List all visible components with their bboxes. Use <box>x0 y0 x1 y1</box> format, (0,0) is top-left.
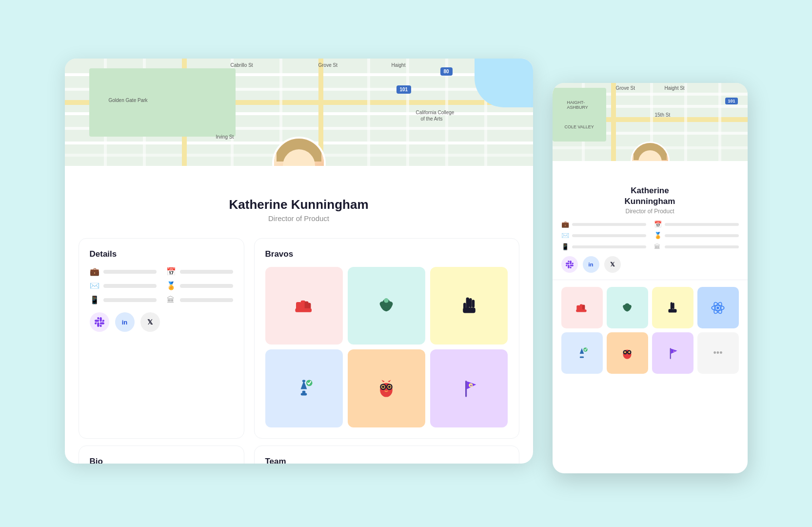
svg-point-6 <box>384 298 389 303</box>
details-card: Details 💼 📅 ✉️ <box>79 238 244 439</box>
sec-atom-icon <box>710 300 726 316</box>
bravos-card: Bravos <box>254 238 519 439</box>
svg-rect-29 <box>576 309 586 312</box>
svg-rect-9 <box>472 300 475 307</box>
slack-button[interactable] <box>90 312 109 332</box>
svg-point-22 <box>388 385 391 388</box>
map-area-secondary: Grove St Haight St HAIGHT-ASHBURY COLE V… <box>553 83 748 161</box>
detail-row-cal: 📅 <box>166 267 233 276</box>
sec-detail-medal: 🏅 <box>654 232 739 239</box>
bravo-hands <box>348 267 425 345</box>
profile-info-main: Katherine Kunningham Director of Product <box>65 166 533 230</box>
sec-detail-org: 🏛 <box>654 243 739 250</box>
sec-avatar-face <box>632 143 668 161</box>
sec-divider <box>553 280 748 280</box>
svg-rect-11 <box>463 307 475 313</box>
svg-text:★: ★ <box>673 350 675 352</box>
team-card: Team <box>254 446 519 464</box>
slack-icon <box>95 317 104 327</box>
svg-text:★: ★ <box>470 384 472 387</box>
sec-detail-phone: 📱 <box>561 243 646 250</box>
map-label-haight: Haight <box>392 62 406 68</box>
medal-icon: 🏅 <box>166 281 175 290</box>
map-label-arts: of the Arts <box>421 116 443 122</box>
sec-calendar-icon: 📅 <box>654 221 661 228</box>
bravo-owl <box>348 349 425 427</box>
bravo-flag: ★ <box>430 349 508 427</box>
main-card: Golden Gate Park Cabrillo St Grove St Ha… <box>65 59 533 464</box>
team-title: Team <box>265 457 508 464</box>
svg-rect-23 <box>465 381 467 397</box>
sec-fist-icon <box>574 300 590 316</box>
detail-row-phone: 📱 <box>90 295 157 304</box>
sec-bravo-flag2: ★ <box>652 332 693 374</box>
sec-profile-name: KatherineKunningham <box>553 185 748 207</box>
chess-icon <box>292 377 316 400</box>
svg-rect-14 <box>302 380 305 382</box>
cards-row-top: Details 💼 📅 ✉️ <box>65 238 533 439</box>
x-button[interactable]: 𝕏 <box>140 312 160 332</box>
svg-rect-13 <box>302 391 305 394</box>
map-label-park: Golden Gate Park <box>109 98 148 103</box>
sec-bravo-fist <box>561 287 603 328</box>
sec-map-label-15th: 15th St <box>655 112 671 118</box>
sec-owl-icon <box>619 345 635 361</box>
sec-details: 💼 📅 ✉️ 🏅 📱 <box>553 221 748 273</box>
avatar-face-main <box>274 139 324 166</box>
detail-row-medal: 🏅 <box>166 281 233 290</box>
profile-name-main: Katherine Kunningham <box>65 197 533 212</box>
sec-map-label-grove: Grove St <box>616 85 635 91</box>
sec-detail-grid: 💼 📅 ✉️ 🏅 📱 <box>561 221 739 250</box>
bravo-fist <box>265 267 343 345</box>
details-title: Details <box>90 249 233 259</box>
sec-email-icon: ✉️ <box>561 232 568 239</box>
highway-101: 101 <box>396 85 412 94</box>
map-area-main: Golden Gate Park Cabrillo St Grove St Ha… <box>65 59 533 166</box>
sec-bravo-owl2 <box>607 332 648 374</box>
org-icon: 🏛 <box>166 296 175 304</box>
sec-bravos-row2: ★ ••• <box>553 332 748 374</box>
sec-flag-icon: ★ <box>665 345 680 361</box>
sec-phone-icon: 📱 <box>561 243 568 250</box>
svg-rect-32 <box>673 303 674 309</box>
sec-profile-title: Director of Product <box>553 208 748 215</box>
flag-icon: ★ <box>457 377 481 400</box>
sec-linkedin-button[interactable]: in <box>583 256 599 273</box>
phone-icon: 📱 <box>90 295 99 304</box>
highway-80: 80 <box>440 67 453 76</box>
svg-rect-28 <box>582 304 585 310</box>
svg-rect-7 <box>466 297 469 308</box>
sec-slack-icon <box>566 261 574 268</box>
svg-rect-3 <box>308 303 311 309</box>
svg-rect-31 <box>671 302 673 309</box>
sec-briefcase-icon: 💼 <box>561 221 568 228</box>
sec-hands-icon <box>619 300 635 316</box>
email-icon: ✉️ <box>90 281 99 290</box>
detail-row-email: ✉️ <box>90 281 157 290</box>
detail-grid: 💼 📅 ✉️ 🏅 <box>90 267 233 304</box>
sec-more-button[interactable]: ••• <box>697 332 739 374</box>
linkedin-button[interactable]: in <box>115 312 135 332</box>
sec-bravo-hand <box>652 287 693 328</box>
svg-point-37 <box>716 306 719 309</box>
sec-detail-job: 💼 <box>561 221 646 228</box>
more-dots-icon: ••• <box>713 348 723 358</box>
secondary-card: Grove St Haight St HAIGHT-ASHBURY COLE V… <box>553 83 748 473</box>
sec-chess-icon <box>574 345 590 361</box>
sec-slack-button[interactable] <box>561 256 578 273</box>
svg-rect-8 <box>469 298 472 307</box>
svg-rect-45 <box>670 348 671 359</box>
sec-x-button[interactable]: 𝕏 <box>604 256 621 273</box>
calendar-icon: 📅 <box>166 267 175 276</box>
detail-row-org: 🏛 <box>166 295 233 304</box>
map-label-grove: Grove St <box>318 62 337 68</box>
sec-bravo-chess2 <box>561 332 603 374</box>
sec-bravo-hands <box>607 287 648 328</box>
sec-medal-icon: 🏅 <box>654 232 661 239</box>
owl-icon <box>375 377 398 400</box>
sec-avatar: 😊 <box>631 142 670 161</box>
hands-icon <box>375 294 398 318</box>
svg-rect-33 <box>668 309 676 312</box>
svg-rect-4 <box>296 308 312 312</box>
sec-detail-email: ✉️ <box>561 232 646 239</box>
